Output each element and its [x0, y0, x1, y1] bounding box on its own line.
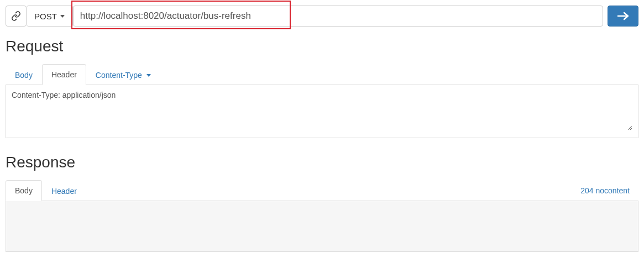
- link-button[interactable]: [6, 6, 27, 27]
- http-method-label: POST: [34, 12, 57, 21]
- request-tabs: Body Header Content-Type: [6, 64, 638, 85]
- request-header-textarea[interactable]: Content-Type: application/json: [12, 91, 632, 130]
- tab-request-content-type-label: Content-Type: [96, 71, 142, 80]
- response-status: 204 nocontent: [572, 181, 638, 201]
- http-method-dropdown[interactable]: POST: [27, 6, 73, 27]
- request-header-panel: Content-Type: application/json: [6, 85, 638, 138]
- tab-response-body[interactable]: Body: [6, 180, 42, 201]
- response-heading: Response: [6, 154, 638, 171]
- response-tabs: Body Header 204 nocontent: [6, 180, 638, 201]
- tab-response-header[interactable]: Header: [42, 181, 86, 201]
- tab-request-content-type[interactable]: Content-Type: [86, 65, 160, 85]
- caret-down-icon: [60, 15, 65, 18]
- caret-down-icon: [146, 74, 151, 77]
- response-body-panel: [6, 201, 638, 252]
- url-input[interactable]: [73, 6, 603, 27]
- request-heading: Request: [6, 38, 638, 55]
- link-icon: [11, 11, 21, 21]
- tab-request-header[interactable]: Header: [42, 64, 86, 85]
- send-button[interactable]: [608, 6, 638, 27]
- tab-request-body[interactable]: Body: [6, 65, 42, 85]
- arrow-right-icon: [616, 12, 630, 20]
- top-bar: POST: [6, 6, 638, 27]
